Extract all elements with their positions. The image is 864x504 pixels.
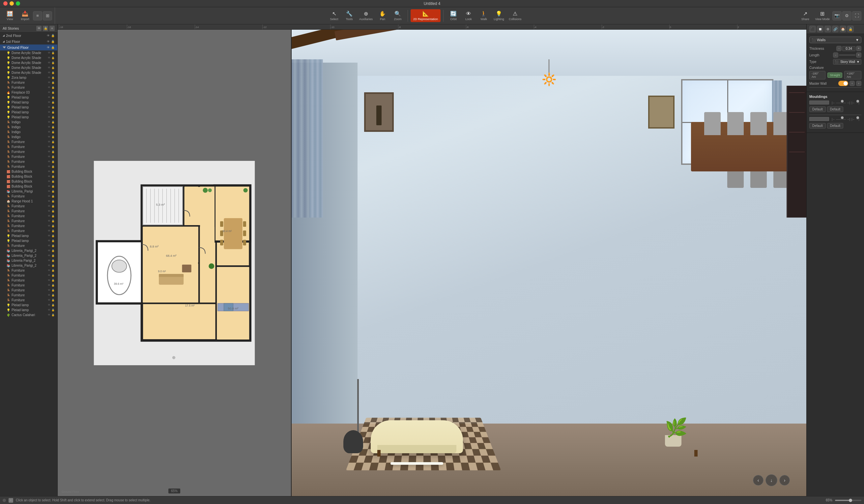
list-item[interactable]: 🪑 Furniture 👁 🔒 [0,298,57,303]
list-view-btn[interactable]: ≡ [33,11,42,21]
pan-button[interactable]: ✋ Pan [375,10,390,21]
list-item[interactable]: 🪑 Indigo 👁 🔒 [0,134,57,140]
list-item[interactable]: 🪑 Furniture 👁 🔒 [0,159,57,164]
list-item[interactable]: 📚 Libreria Parigi_2 👁 🔒 [0,258,57,263]
list-item[interactable]: 🧱 Building Block 👁 🔒 [0,179,57,184]
list-item[interactable]: 🪑 Furniture 👁 🔒 [0,243,57,248]
default-btn-4[interactable]: Default [827,123,843,129]
list-item[interactable]: 🪑 Furniture 👁 🔒 [0,214,57,218]
list-item[interactable]: 🪑 Furniture 👁 🔒 [0,273,57,278]
story-1st-lock[interactable]: 🔒 [51,40,55,43]
auxiliaries-button[interactable]: ⊕ Auxiliaries [357,10,375,21]
list-item[interactable]: 🪑 Furniture 👁 🔒 [0,204,57,209]
maximize-button[interactable] [16,1,20,5]
list-item[interactable]: 💡 Pleiad lamp 👁 🔒 [0,233,57,238]
list-item[interactable]: 🪑 Indigo 👁 🔒 [0,124,57,130]
story-2nd-eye[interactable]: 👁 [47,34,50,37]
list-item[interactable]: 🏠 Range Hood 1 👁 🔒 [0,199,57,204]
default-btn-1[interactable]: Default [809,107,826,112]
walk-button[interactable]: 🚶 Walk [477,10,491,21]
type-dropdown[interactable]: ⬛ Story Wall ▼ [833,59,861,64]
story-1st-floor[interactable]: 1st Floor 👁 🔒 [0,38,57,45]
list-item[interactable]: 🪑 Furniture 👁 🔒 [0,154,57,159]
grid-view-btn[interactable]: ⊞ [43,11,52,21]
story-ground-lock[interactable]: 🔒 [51,46,55,49]
list-item[interactable]: 💡 Dome Acrylic Shade 👁 🔒 [0,56,57,60]
list-item[interactable]: 💡 Pleiad lamp 👁 🔒 [0,105,57,110]
zoom-slider[interactable] [835,500,861,501]
thickness-value[interactable]: 0.34 [842,46,855,51]
walls-dropdown[interactable]: ⬛ Walls ▼ [809,37,861,43]
list-item[interactable]: 🪑 Furniture 👁 🔒 [0,268,57,273]
list-item[interactable]: 🪑 Furniture 👁 🔒 [0,283,57,288]
master-wall-prev-btn[interactable]: ‹ [850,81,855,86]
list-item[interactable]: 💡 Pleiad lamp 👁 🔒 [0,95,57,100]
list-item[interactable]: 🪑 Furniture 👁 🔒 [0,209,57,214]
camera-btn[interactable]: 📷 [832,11,842,21]
list-item[interactable]: 🪑 Furniture 👁 🔒 [0,149,57,154]
arc-neg180-btn[interactable]: -180° Arc [809,71,826,80]
list-item[interactable]: 🪑 Furniture 👁 🔒 [0,218,57,224]
list-item[interactable]: 💡 Dome Acrylic Shade 👁 🔒 [0,60,57,65]
nav-left-btn[interactable]: ‹ [753,475,764,485]
nav-right-btn[interactable]: › [779,475,790,485]
view-mode-button[interactable]: ⊞ View Mode [813,10,832,21]
master-wall-next-btn[interactable]: › [856,81,861,86]
story-2nd-lock[interactable]: 🔒 [51,34,55,37]
story-ground-floor[interactable]: Ground Floor 👁 🔒 [0,45,57,50]
thickness-incr-btn[interactable]: + [856,46,861,51]
list-item[interactable]: 💡 Pleiad lamp 👁 🔒 [0,100,57,105]
panel-icon-3[interactable]: ⚙ [825,26,831,32]
fullscreen-btn[interactable]: ⛶ [852,11,861,21]
select-tool-button[interactable]: ↖ Select [327,10,341,21]
list-item[interactable]: 🪑 Furniture 👁 🔒 [0,164,57,169]
master-wall-toggle[interactable] [838,81,848,86]
plan-view[interactable]: 5.3 m² 8.8 m² 9.0 m² 68.4 m² 30.4 m² 39.… [58,30,292,496]
close-button[interactable] [3,1,8,5]
thickness-decr-btn[interactable]: - [836,46,842,51]
list-item[interactable]: 💡 Dome Acrylic Shade 👁 🔒 [0,70,57,75]
list-item[interactable]: 🪑 Furniture 👁 🔒 [0,293,57,298]
list-item[interactable]: 🧱 Building Block 👁 🔒 [0,174,57,179]
list-item[interactable]: 🪑 Furniture 👁 🔒 [0,228,57,233]
default-btn-3[interactable]: Default [809,123,826,129]
panel-icon-5[interactable]: 🏠 [840,26,846,32]
list-item[interactable]: 💡 Dome Acrylic Shade 👁 🔒 [0,65,57,70]
list-item[interactable]: 🌵 Cactus Calahari 👁 🔒 [0,312,57,317]
nav-down-btn[interactable]: ↓ [766,474,777,486]
minimize-button[interactable] [10,1,14,5]
orbit-button[interactable]: 🔄 Orbit [446,10,461,21]
list-item[interactable]: 🪑 Furniture 👁 🔒 [0,288,57,293]
list-item[interactable]: 💡 Pleiad lamp 👁 🔒 [0,110,57,115]
list-item[interactable]: 🪑 Furniture 👁 🔒 [0,278,57,283]
panel-icon-2[interactable]: 🔲 [817,26,824,32]
import-button[interactable]: 📥 Import [18,10,32,21]
list-item[interactable]: 🧱 Building Block 👁 🔒 [0,184,57,189]
list-item[interactable]: 🪑 Indigo 👁 🔒 [0,130,57,134]
story-2nd-floor[interactable]: 2nd Floor 👁 🔒 [0,33,57,38]
3d-view[interactable]: 🔆 [292,30,806,496]
story-ground-eye[interactable]: 👁 [47,46,50,49]
default-btn-2[interactable]: Default [827,107,843,112]
arc-pos180-btn[interactable]: +180° Arc [844,71,861,80]
list-item[interactable]: 🔥 Fireplace 03 👁 🔒 [0,90,57,95]
list-item[interactable]: 📚 Libreria_Parigi_2 👁 🔒 [0,263,57,268]
lighting-button[interactable]: 💡 Lighting [492,10,506,21]
zoom-button[interactable]: 🔍 Zoom [391,10,405,21]
list-item[interactable]: 💡 Pleiad lamp 👁 🔒 [0,308,57,312]
sidebar-lock-btn[interactable]: 🔒 [43,26,48,31]
list-item[interactable]: 💡 Zora lamp 👁 🔒 [0,75,57,80]
list-item[interactable]: 💡 Dome Acrylic Shade 👁 🔒 [0,50,57,56]
length-incr-btn[interactable]: + [856,52,861,58]
story-1st-eye[interactable]: 👁 [47,40,50,43]
2d-rep-button[interactable]: 📐 2D Representation [411,9,441,22]
view-button[interactable]: 🪟 View [3,10,17,21]
panel-icon-1[interactable]: ⬛ [809,26,816,32]
list-item[interactable]: 🪑 Furniture 👁 🔒 [0,140,57,144]
look-button[interactable]: 👁 Look [461,10,476,21]
panel-icon-6[interactable]: 🔒 [847,26,854,32]
tools-button[interactable]: 🔧 Tools [342,10,357,21]
arc-straight-btn[interactable]: Straight [827,73,842,78]
list-item[interactable]: 📚 Libreria_Parigi_2 👁 🔒 [0,253,57,258]
length-decr-btn[interactable]: - [833,52,838,58]
